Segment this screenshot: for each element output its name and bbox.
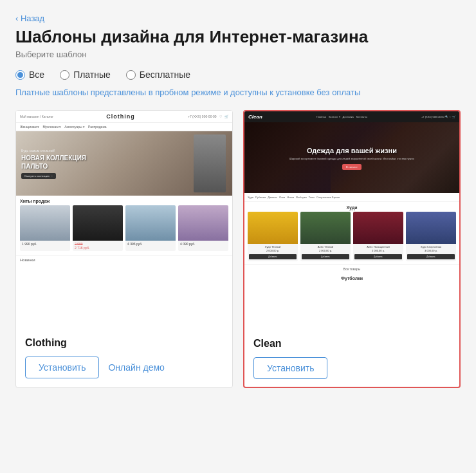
filter-row: Все Платные Бесплатные bbox=[15, 70, 461, 80]
clp-logo: Clean bbox=[248, 114, 262, 120]
cp-product-2: 2 990 2 716 руб. bbox=[73, 205, 123, 251]
cp-nav-item: Мужчинам ▾ bbox=[42, 125, 61, 129]
clp-tshirt-section: Футболки bbox=[244, 273, 459, 283]
cp-nav-item: Распродажа bbox=[88, 125, 106, 129]
filter-paid[interactable]: Платные bbox=[60, 70, 111, 80]
template-name-clean: Clean bbox=[253, 338, 450, 349]
filter-free-label: Бесплатные bbox=[140, 70, 190, 80]
back-link[interactable]: ‹ Назад bbox=[15, 14, 44, 23]
clp-product-btn-3: Добавить bbox=[354, 254, 402, 259]
clp-cat-3: Джинсы bbox=[268, 196, 277, 199]
clp-nav-item-1: Главная bbox=[316, 115, 326, 118]
clp-cat-4: Очки bbox=[279, 196, 285, 199]
cp-nav-item: Аксессуары ▾ bbox=[64, 125, 85, 129]
cp-product-price-4: 4 090 руб. bbox=[178, 241, 228, 247]
demo-button-clothing[interactable]: Онлайн демо bbox=[105, 357, 167, 378]
clp-cat-2: Рубашки bbox=[255, 196, 266, 199]
clp-hero-btn: В каталог bbox=[342, 164, 362, 170]
clp-product-price-2: 2 000,00 р. bbox=[300, 248, 351, 253]
cp-hero: Будь самым стильной! НОВАЯ КОЛЛЕКЦИЯПАЛЬ… bbox=[16, 131, 232, 196]
clp-product-btn-2: Добавить bbox=[302, 254, 349, 259]
clp-header: Clean Главная Каталог ▾ Доставка Контакт… bbox=[244, 111, 459, 122]
page-subtitle: Выберите шаблон bbox=[15, 50, 461, 59]
clp-cat-5: Носки bbox=[287, 196, 294, 199]
cp-hero-tagline: Будь самым стильной! bbox=[21, 149, 86, 153]
filter-free[interactable]: Бесплатные bbox=[126, 70, 190, 80]
cp-hero-btn: Смотреть коллекцию → bbox=[21, 173, 56, 179]
cp-product-img-1 bbox=[20, 205, 70, 241]
cp-hero-content: Будь самым стильной! НОВАЯ КОЛЛЕКЦИЯПАЛЬ… bbox=[21, 149, 86, 179]
filter-free-radio[interactable] bbox=[126, 70, 136, 80]
cp-product-price-1: 1 990 руб. bbox=[20, 241, 70, 247]
templates-grid: Мой магазин / Каталог Clothing +7 (XXX) … bbox=[15, 110, 461, 388]
template-actions-clothing: Установить Онлайн демо bbox=[25, 357, 223, 378]
clp-product-name-1: Худи Тёплый bbox=[248, 244, 298, 248]
install-button-clothing[interactable]: Установить bbox=[25, 357, 99, 378]
clp-product-1: Худи Тёплый 2 000,00 р. Добавить bbox=[248, 212, 298, 261]
cp-product-sale-price: 2 716 руб. bbox=[75, 246, 89, 250]
info-text: Платные шаблоны представлены в пробном р… bbox=[15, 88, 461, 97]
clp-hoodie-section: Худи bbox=[244, 202, 459, 212]
cp-product-1: 1 990 руб. bbox=[20, 205, 70, 251]
clp-cat-8: Спортивные Брюки bbox=[316, 196, 340, 199]
clp-product-3: Алёс Насыщенный 2 000,00 р. Добавить bbox=[353, 212, 403, 261]
cp-header: Мой магазин / Каталог Clothing +7 (XXX) … bbox=[16, 111, 232, 123]
clp-product-name-4: Худи Спортивная bbox=[406, 244, 456, 248]
clp-product-2: Алёс Тёплый 2 000,00 р. Добавить bbox=[300, 212, 351, 261]
clean-preview-inner: Clean Главная Каталог ▾ Доставка Контакт… bbox=[244, 111, 459, 330]
filter-paid-radio[interactable] bbox=[60, 70, 69, 80]
cp-more-section: Новинки bbox=[16, 255, 232, 264]
cp-product-img-4 bbox=[178, 205, 228, 241]
cp-product-3: 4 393 руб. bbox=[125, 205, 176, 251]
filter-all-label: Все bbox=[29, 70, 44, 80]
template-info-clean: Clean Установить bbox=[244, 330, 459, 387]
clp-hero-sub: Широкий ассортимент базовой одежды для л… bbox=[289, 157, 414, 160]
clp-hero: Одежда для вашей жизни Широкий ассортиме… bbox=[244, 122, 459, 193]
clp-nav-item-4: Контакты bbox=[356, 115, 367, 118]
filter-all[interactable]: Все bbox=[15, 70, 44, 80]
clp-nav: Главная Каталог ▾ Доставка Контакты bbox=[316, 115, 367, 118]
cp-breadcrumb: Мой магазин / Каталог bbox=[20, 115, 53, 118]
clp-all-link: Все товары bbox=[244, 264, 459, 273]
cp-product-4: 4 090 руб. bbox=[178, 205, 228, 251]
clp-cat-6: Выборки bbox=[296, 196, 306, 199]
clp-categories: Худи Рубашки Джинсы Очки Носки Выборки Т… bbox=[244, 193, 459, 202]
cp-nav-sub: Женщинам ▾ Мужчинам ▾ Аксессуары ▾ Распр… bbox=[16, 123, 232, 131]
cp-hero-model bbox=[194, 134, 226, 192]
clothing-preview-inner: Мой магазин / Каталог Clothing +7 (XXX) … bbox=[16, 111, 232, 329]
clp-nav-item-3: Доставка bbox=[343, 115, 354, 118]
template-actions-clean: Установить bbox=[253, 357, 450, 379]
clp-cat-1: Худи bbox=[248, 196, 253, 199]
cp-product-img-3 bbox=[125, 205, 176, 241]
clp-product-img-4 bbox=[406, 212, 456, 244]
clp-product-price-3: 2 000,00 р. bbox=[353, 248, 403, 253]
template-card-clothing: Мой магазин / Каталог Clothing +7 (XXX) … bbox=[15, 110, 233, 388]
filter-all-radio[interactable] bbox=[15, 70, 25, 80]
clp-product-4: Худи Спортивная 3 000,00 р. Добавить bbox=[406, 212, 456, 261]
cp-section-title: Хиты продаж bbox=[16, 196, 232, 205]
install-button-clean[interactable]: Установить bbox=[253, 357, 327, 379]
clp-phone: +7 (XXX) 000-00-00 🔍 ♡ 🛒 bbox=[421, 115, 455, 118]
clp-product-name-2: Алёс Тёплый bbox=[300, 244, 351, 248]
clp-product-price-1: 2 000,00 р. bbox=[248, 248, 298, 253]
clp-product-img-1 bbox=[248, 212, 298, 244]
template-preview-clothing: Мой магазин / Каталог Clothing +7 (XXX) … bbox=[16, 111, 232, 329]
clp-product-img-2 bbox=[300, 212, 351, 244]
clp-hero-title: Одежда для вашей жизни bbox=[289, 146, 414, 155]
clp-cat-7: Топы bbox=[309, 196, 315, 199]
cp-logo: Clothing bbox=[106, 113, 135, 120]
page-wrapper: ‹ Назад Шаблоны дизайна для Интернет-маг… bbox=[0, 0, 476, 473]
clp-products: Худи Тёплый 2 000,00 р. Добавить Алёс Тё… bbox=[244, 212, 459, 264]
clp-product-btn-1: Добавить bbox=[249, 254, 297, 259]
cp-product-price-3: 4 393 руб. bbox=[125, 241, 176, 247]
cp-hero-title: НОВАЯ КОЛЛЕКЦИЯПАЛЬТО bbox=[21, 154, 86, 171]
clp-product-btn-4: Добавить bbox=[407, 254, 455, 259]
cp-nav-item: Женщинам ▾ bbox=[20, 125, 39, 129]
filter-paid-label: Платные bbox=[73, 70, 111, 80]
cp-products: 1 990 руб. 2 990 2 716 руб. 4 393 руб. bbox=[16, 205, 232, 255]
page-title: Шаблоны дизайна для Интернет-магазина bbox=[15, 27, 461, 47]
template-info-clothing: Clothing Установить Онлайн демо bbox=[16, 329, 232, 386]
template-card-clean: Clean Главная Каталог ▾ Доставка Контакт… bbox=[243, 110, 461, 388]
cp-product-img-2 bbox=[73, 205, 123, 241]
template-preview-clean: Clean Главная Каталог ▾ Доставка Контакт… bbox=[244, 111, 459, 330]
